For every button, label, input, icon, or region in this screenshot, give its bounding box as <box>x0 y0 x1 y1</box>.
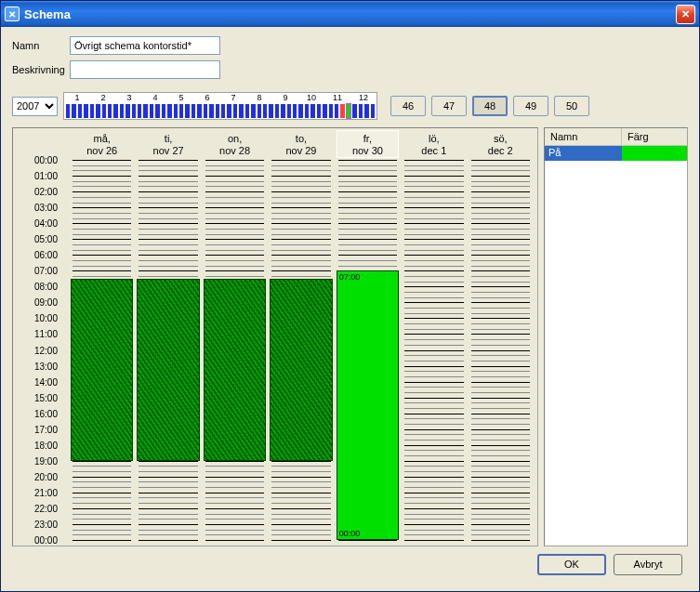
day-header[interactable]: on,nov 28 <box>204 130 266 158</box>
month-label: 2 <box>90 93 116 104</box>
month-ruler[interactable]: 123456789101112 <box>63 92 377 120</box>
week-tick[interactable] <box>347 104 350 118</box>
legend-col-color[interactable]: Färg <box>622 128 687 145</box>
schedule-block[interactable] <box>204 279 266 461</box>
week-tick[interactable] <box>125 104 129 118</box>
schedule-block[interactable] <box>71 279 133 461</box>
time-label: 09:00 <box>34 297 58 308</box>
week-tick[interactable] <box>120 104 124 118</box>
week-tick[interactable] <box>167 104 171 118</box>
week-tick[interactable] <box>245 104 249 118</box>
week-button-48[interactable]: 48 <box>472 96 508 116</box>
day-column[interactable] <box>205 160 264 540</box>
week-tick[interactable] <box>143 104 147 118</box>
week-tick[interactable] <box>275 104 279 118</box>
desc-input[interactable] <box>70 60 220 79</box>
week-button-49[interactable]: 49 <box>513 96 548 116</box>
week-tick[interactable] <box>287 104 291 118</box>
week-tick[interactable] <box>78 104 82 118</box>
week-tick[interactable] <box>335 104 338 118</box>
week-tick[interactable] <box>239 104 243 118</box>
legend-col-name[interactable]: Namn <box>545 128 622 145</box>
week-tick[interactable] <box>359 104 363 118</box>
day-column[interactable] <box>73 160 131 540</box>
schedule-block[interactable]: 07:0000:00 <box>337 270 399 540</box>
week-tick[interactable] <box>174 104 178 118</box>
ok-button[interactable]: OK <box>537 554 606 575</box>
week-tick[interactable] <box>258 104 261 118</box>
week-tick[interactable] <box>233 104 237 118</box>
week-tick[interactable] <box>132 104 136 118</box>
week-tick[interactable] <box>216 104 219 118</box>
legend-row[interactable]: På <box>545 146 687 161</box>
week-tick[interactable] <box>317 104 321 118</box>
week-tick[interactable] <box>72 104 75 118</box>
week-tick[interactable] <box>185 104 189 118</box>
week-tick[interactable] <box>352 104 356 118</box>
close-icon[interactable]: ✕ <box>676 5 695 24</box>
week-buttons: 4647484950 <box>390 96 589 116</box>
week-button-46[interactable]: 46 <box>390 96 426 116</box>
day-header[interactable]: fr,nov 30 <box>337 130 399 158</box>
week-tick[interactable] <box>371 104 375 118</box>
month-label: 11 <box>324 93 350 104</box>
week-button-50[interactable]: 50 <box>554 96 589 116</box>
day-header[interactable]: må,nov 26 <box>71 130 133 158</box>
week-tick[interactable] <box>66 104 70 118</box>
week-tick[interactable] <box>221 104 225 118</box>
week-tick[interactable] <box>340 104 344 118</box>
day-header[interactable]: ti,nov 27 <box>137 130 199 158</box>
week-tick[interactable] <box>263 104 267 118</box>
week-tick[interactable] <box>90 104 94 118</box>
time-label: 21:00 <box>34 487 58 497</box>
day-column[interactable]: 07:0000:00 <box>338 160 397 540</box>
week-tick[interactable] <box>84 104 87 118</box>
month-label: 4 <box>142 93 168 104</box>
week-button-47[interactable]: 47 <box>431 96 467 116</box>
week-tick[interactable] <box>113 104 117 118</box>
schedule-block[interactable] <box>137 279 199 461</box>
week-tick[interactable] <box>108 104 112 118</box>
schedule-block[interactable] <box>270 279 332 461</box>
month-label: 10 <box>298 93 324 104</box>
day-column[interactable] <box>471 160 530 540</box>
day-column[interactable] <box>271 160 330 540</box>
day-column[interactable] <box>139 160 197 540</box>
week-tick[interactable] <box>305 104 309 118</box>
week-tick[interactable] <box>310 104 314 118</box>
week-tick[interactable] <box>298 104 302 118</box>
time-label: 20:00 <box>34 471 58 481</box>
week-tick[interactable] <box>197 104 201 118</box>
week-tick[interactable] <box>329 104 333 118</box>
week-tick[interactable] <box>102 104 106 118</box>
week-tick[interactable] <box>251 104 255 118</box>
name-label: Namn <box>12 40 70 51</box>
day-column[interactable] <box>404 160 463 540</box>
name-input[interactable] <box>70 36 220 55</box>
week-tick[interactable] <box>269 104 272 118</box>
week-tick[interactable] <box>192 104 195 118</box>
day-header[interactable]: sö,dec 2 <box>469 130 532 158</box>
week-tick[interactable] <box>179 104 183 118</box>
week-tick[interactable] <box>364 104 368 118</box>
block-end-label: 00:00 <box>339 529 361 538</box>
day-header[interactable]: to,nov 29 <box>270 130 332 158</box>
week-tick[interactable] <box>227 104 231 118</box>
week-tick[interactable] <box>209 104 213 118</box>
time-label: 00:00 <box>34 535 58 546</box>
cancel-button[interactable]: Avbryt <box>614 554 682 575</box>
time-label: 07:00 <box>34 266 58 276</box>
day-header[interactable]: lö,dec 1 <box>403 130 465 158</box>
year-select[interactable]: 20052006200720082009 <box>12 97 58 116</box>
schedule-panel[interactable]: må,nov 26ti,nov 27on,nov 28to,nov 29fr,n… <box>12 127 538 546</box>
week-tick[interactable] <box>281 104 284 118</box>
week-tick[interactable] <box>293 104 297 118</box>
week-tick[interactable] <box>150 104 153 118</box>
week-tick[interactable] <box>323 104 326 118</box>
week-tick[interactable] <box>155 104 159 118</box>
week-tick[interactable] <box>204 104 207 118</box>
titlebar[interactable]: ✕ Schema ✕ <box>1 1 699 27</box>
week-tick[interactable] <box>138 104 141 118</box>
week-tick[interactable] <box>96 104 99 118</box>
week-tick[interactable] <box>162 104 165 118</box>
